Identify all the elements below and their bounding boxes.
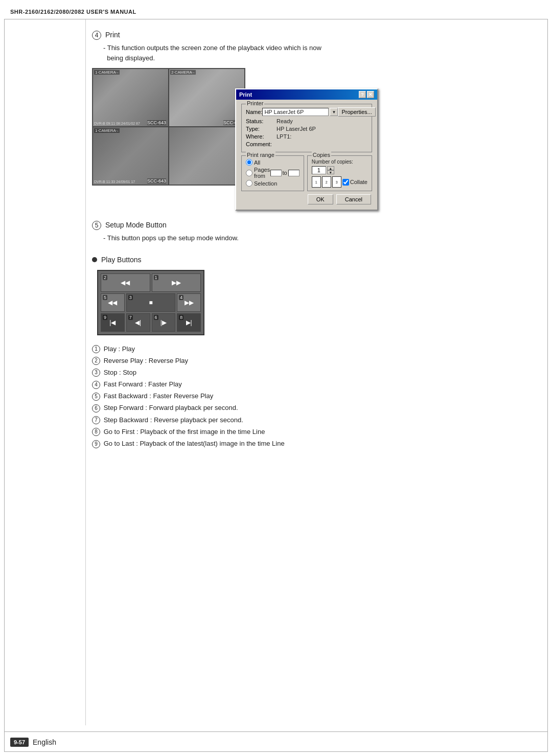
desc-text-8: Go to First : Playback of the first imag… — [104, 428, 265, 436]
play-btn-reverse-play[interactable]: 2 ◀◀ — [101, 273, 150, 292]
print-desc: - This function outputs the screen zone … — [103, 43, 532, 63]
play-desc-9: 9 Go to Last : Playback of the latest(la… — [92, 439, 532, 448]
radio-all-label: All — [254, 159, 260, 166]
play-btn-6-icon: |▶ — [160, 319, 167, 326]
desc-num-6: 6 — [92, 404, 100, 413]
play-panel-wrapper: 2 ◀◀ 1 ▶▶ 5 ◀◀ 3 ■ 4 ▶▶ — [97, 270, 532, 335]
footer: 9-57 English — [4, 731, 548, 752]
play-label: Play Buttons — [101, 256, 142, 264]
cancel-button[interactable]: Cancel — [336, 194, 371, 204]
section-play: Play Buttons 2 ◀◀ 1 ▶▶ 5 ◀◀ — [92, 256, 532, 449]
type-label: Type: — [246, 126, 277, 132]
play-btn-step-forward[interactable]: 6 |▶ — [152, 313, 176, 332]
radio-all-input[interactable] — [246, 159, 252, 166]
play-btn-7-num: 7 — [128, 315, 133, 320]
header-title: SHR-2160/2162/2080/2082 USER'S MANUAL — [10, 9, 136, 15]
printer-select-arrow[interactable]: ▼ — [330, 108, 338, 116]
printer-section: Printer Name: HP LaserJet 6P ▼ Propertie… — [241, 104, 372, 152]
footer-language: English — [33, 738, 56, 746]
play-btn-fast-forward[interactable]: 4 ▶▶ — [177, 293, 201, 312]
play-btn-1-num: 1 — [154, 275, 158, 280]
spin-down-btn[interactable]: ▼ — [327, 170, 334, 174]
dialog-sections-row: Print range All Pages from to — [241, 155, 372, 191]
print-screenshot-area: 1·CAMERA·- SCC-643 DVR-B 09:11 08:24/01/… — [92, 68, 532, 211]
bullet-dot — [92, 257, 97, 262]
print-dialog: Print ? ✕ Printer Name: — [235, 88, 378, 211]
desc-text-4: Fast Forward : Faster Play — [104, 380, 182, 388]
dvr-cell-2: 2·CAMERA·- SCC-643 — [169, 68, 245, 127]
desc-text-3: Stop : Stop — [104, 369, 136, 376]
dvr-cell-1-ts: DVR-B 09:11 08:24/01/02 87 — [94, 122, 140, 125]
status-value: Ready — [277, 118, 367, 124]
pages-from-input[interactable] — [270, 170, 282, 176]
play-btn-step-backward[interactable]: 7 ◀| — [126, 313, 150, 332]
play-btn-2-icon: ◀◀ — [121, 279, 130, 286]
play-btn-6-num: 6 — [154, 315, 158, 320]
play-btn-5-icon: ◀◀ — [108, 299, 117, 306]
play-btn-3-icon: ■ — [149, 299, 152, 306]
copies-label: Number of copies: — [312, 159, 353, 165]
print-range-section: Print range All Pages from to — [241, 155, 304, 191]
copies-field: ▲ ▼ — [312, 166, 367, 174]
dvr-cell-3-ts: DVR-B 11:33 24/09/01 17 — [94, 180, 135, 184]
dialog-help-btn[interactable]: ? — [359, 91, 366, 98]
radio-pages: Pages from to — [246, 167, 300, 179]
dvr-cell-3-label: 1·CAMERA·- — [94, 128, 120, 133]
desc-num-9: 9 — [92, 440, 100, 448]
dvr-cell-3-scc: SCC-643 — [147, 178, 166, 184]
left-margin — [4, 19, 86, 725]
spin-up-btn[interactable]: ▲ — [327, 166, 334, 170]
play-desc-8: 8 Go to First : Playback of the first im… — [92, 427, 532, 437]
name-label: Name: — [246, 109, 262, 115]
printer-where-row: Where: LPT1: — [246, 133, 367, 140]
copies-spinner: ▲ ▼ — [327, 166, 334, 174]
radio-selection-input[interactable] — [246, 180, 252, 187]
play-btn-fast-backward[interactable]: 5 ◀◀ — [101, 293, 125, 312]
footer-badge: 9-57 — [10, 738, 29, 747]
play-btn-3-num: 3 — [128, 295, 133, 300]
play-section-title: Play Buttons — [92, 256, 532, 264]
dvr-cell-4 — [169, 127, 245, 185]
collate-checkbox[interactable] — [342, 179, 349, 186]
dialog-titlebar-btns: ? ✕ — [359, 91, 374, 98]
desc-text-5: Fast Backward : Faster Reverse Play — [104, 392, 214, 400]
printer-name-row: Name: HP LaserJet 6P ▼ Properties... — [246, 107, 367, 117]
play-btn-go-to-last[interactable]: 9 |◀ — [101, 313, 125, 332]
dialog-title: Print — [239, 91, 252, 98]
desc-text-2: Reverse Play : Reverse Play — [104, 357, 188, 364]
properties-button[interactable]: Properties... — [338, 107, 375, 117]
copies-input[interactable] — [312, 166, 326, 174]
play-btn-stop[interactable]: 3 ■ — [126, 293, 176, 312]
play-btn-go-to-first[interactable]: 8 ▶| — [177, 313, 201, 332]
section-print: 4 Print - This function outputs the scre… — [92, 31, 532, 211]
print-circle-num: 4 — [92, 31, 101, 40]
desc-text-7: Step Backward : Reverse playback per sec… — [104, 416, 243, 424]
play-btn-5-num: 5 — [103, 295, 107, 300]
dvr-cell-1-label: 1·CAMERA·- — [94, 70, 120, 75]
printer-name-select[interactable]: HP LaserJet 6P — [262, 108, 329, 116]
type-value: HP LaserJet 6P — [277, 126, 367, 132]
desc-num-7: 7 — [92, 416, 100, 424]
dvr-cell-2-label: 2·CAMERA·- — [170, 70, 196, 75]
pages-to-input[interactable] — [288, 170, 300, 176]
play-btn-2-num: 2 — [103, 275, 107, 280]
page-icon-1: 1 — [312, 176, 321, 188]
dialog-body: Printer Name: HP LaserJet 6P ▼ Propertie… — [236, 100, 377, 210]
desc-num-1: 1 — [92, 345, 100, 353]
ok-button[interactable]: OK — [308, 194, 333, 204]
play-btn-play[interactable]: 1 ▶▶ — [152, 273, 201, 292]
play-btn-9-num: 9 — [103, 315, 107, 320]
section-setup: 5 Setup Mode Button - This button pops u… — [92, 221, 532, 243]
play-btn-9-icon: |◀ — [109, 319, 116, 326]
printer-section-title: Printer — [246, 100, 264, 106]
play-panel: 2 ◀◀ 1 ▶▶ 5 ◀◀ 3 ■ 4 ▶▶ — [97, 270, 204, 335]
play-desc-5: 5 Fast Backward : Faster Reverse Play — [92, 392, 532, 401]
dvr-grid: 1·CAMERA·- SCC-643 DVR-B 09:11 08:24/01/… — [93, 68, 245, 185]
play-desc-6: 6 Step Forward : Forward playback per se… — [92, 403, 532, 413]
desc-num-5: 5 — [92, 393, 100, 401]
play-btn-8-icon: ▶| — [186, 319, 192, 326]
radio-pages-input[interactable] — [246, 170, 252, 176]
play-desc-list: 1 Play : Play 2 Reverse Play : Reverse P… — [92, 345, 532, 449]
desc-num-3: 3 — [92, 369, 100, 377]
dialog-close-btn[interactable]: ✕ — [367, 91, 374, 98]
